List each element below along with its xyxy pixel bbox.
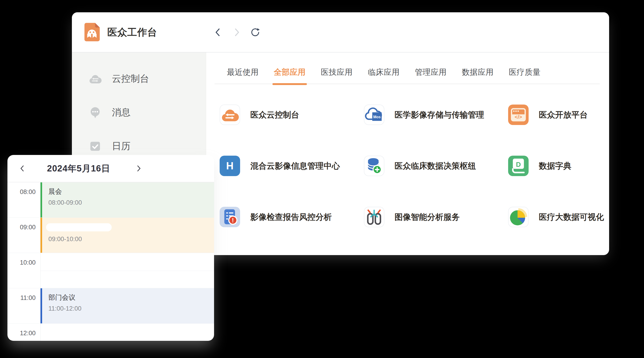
tab-admin-apps[interactable]: 管理应用: [415, 67, 446, 78]
event-color-bar: [40, 182, 42, 217]
event-time: 09:00-10:00: [48, 236, 214, 243]
calendar-grid: 08:00 晨会 08:00-09:00 09:00 09:00-10:00: [8, 182, 214, 341]
tab-bar: 最近使用 全部应用 医技应用 临床应用 管理应用 数据应用 医疗质量: [214, 67, 600, 84]
page-title: 医众工作台: [107, 26, 157, 39]
calendar-row-1200: 12:00: [8, 324, 214, 341]
back-icon[interactable]: [213, 27, 223, 38]
sidebar-item-cloud-console[interactable]: 云控制台: [72, 62, 206, 95]
refresh-icon[interactable]: [250, 27, 260, 38]
tab-medtech-apps[interactable]: 医技应用: [321, 67, 352, 78]
tab-clinical-apps[interactable]: 临床应用: [368, 67, 400, 78]
event-time: 08:00-09:00: [48, 199, 214, 206]
app-label: 影像检查报告风控分析: [250, 212, 332, 222]
app-data-dictionary[interactable]: D 数据字典: [508, 156, 609, 176]
calendar-event-morning-meeting[interactable]: 晨会 08:00-09:00: [40, 182, 214, 217]
cloud-console-icon: [88, 72, 102, 86]
calendar-row-1100: 11:00 部门会议 11:00-12:00: [8, 288, 214, 324]
calendar-row-0800: 08:00 晨会 08:00-09:00: [8, 182, 214, 218]
calendar-icon: [88, 139, 102, 153]
window-header: 医众工作台: [72, 12, 609, 52]
time-label: 08:00: [8, 182, 40, 217]
event-title: 晨会: [48, 187, 214, 196]
app-image-ai-analysis[interactable]: 图像智能分析服务: [364, 207, 508, 227]
event-color-bar: [40, 218, 42, 253]
calendar-header: 2024年5月16日: [8, 155, 214, 182]
stage: 医众工作台: [0, 0, 644, 358]
tab-all-apps[interactable]: 全部应用: [274, 67, 306, 78]
app-clinical-data-hub[interactable]: 医众临床数据决策枢纽: [364, 156, 508, 176]
app-imaging-storage[interactable]: Mos 医学影像存储与传输管理: [364, 105, 508, 125]
sidebar-item-label: 消息: [112, 106, 130, 119]
svg-text:D: D: [516, 161, 521, 168]
cloud-console-icon: [220, 105, 240, 125]
apps-content: 最近使用 全部应用 医技应用 临床应用 管理应用 数据应用 医疗质量: [206, 52, 609, 255]
time-label: 12:00: [8, 324, 40, 341]
time-label: 09:00: [8, 218, 40, 253]
calendar-popup: 2024年5月16日 08:00 晨会 08:00-09:00 09:00: [8, 155, 214, 341]
lungs-ai-icon: [364, 207, 384, 227]
svg-text:Mos: Mos: [374, 115, 381, 119]
calendar-next-icon[interactable]: [134, 164, 143, 173]
calendar-row-0900: 09:00 09:00-10:00: [8, 218, 214, 253]
app-label: 图像智能分析服务: [394, 212, 460, 222]
svg-text:</>: </>: [515, 114, 522, 120]
calendar-event-redacted[interactable]: 09:00-10:00: [40, 218, 214, 253]
messages-icon: [88, 105, 102, 119]
svg-text:!: !: [232, 217, 234, 223]
event-title: 部门会议: [48, 293, 214, 302]
hybrid-cloud-h-icon: H: [220, 156, 240, 176]
svg-text:H: H: [226, 160, 234, 172]
app-label: 医众临床数据决策枢纽: [394, 161, 476, 172]
pie-chart-icon: [508, 207, 528, 227]
calendar-date-label: 2024年5月16日: [47, 163, 110, 175]
app-big-data-visualization[interactable]: 医疗大数据可视化: [508, 207, 609, 227]
event-time: 11:00-12:00: [48, 305, 214, 312]
mascot-document-icon: [82, 22, 101, 42]
data-dictionary-book-icon: D: [508, 156, 528, 176]
calendar-row-1000: 10:00: [8, 253, 214, 288]
forward-icon[interactable]: [231, 27, 242, 38]
app-open-platform[interactable]: </> 医众开放平台: [508, 105, 609, 125]
nav-buttons: [213, 27, 260, 38]
sidebar-item-label: 日历: [112, 140, 130, 152]
half-hour-gridline: [40, 271, 214, 271]
app-label: 医众开放平台: [539, 109, 588, 120]
event-color-bar: [40, 288, 42, 323]
app-hybrid-cloud-center[interactable]: H 混合云影像信息管理中心: [220, 156, 364, 176]
calendar-prev-icon[interactable]: [18, 164, 26, 173]
sidebar-item-label: 云控制台: [112, 72, 149, 85]
app-label: 混合云影像信息管理中心: [250, 161, 340, 172]
clinical-database-icon: [364, 156, 384, 176]
time-label: 11:00: [8, 288, 40, 323]
app-label: 数据字典: [539, 161, 572, 172]
app-label: 医众云控制台: [250, 109, 299, 120]
app-report-risk-analysis[interactable]: ! 影像检查报告风控分析: [220, 207, 364, 227]
redacted-event-title: [46, 223, 112, 231]
report-risk-alert-icon: !: [220, 207, 240, 227]
time-label: 10:00: [8, 253, 40, 288]
sidebar-item-messages[interactable]: 消息: [72, 95, 206, 129]
tab-quality[interactable]: 医疗质量: [509, 67, 540, 78]
calendar-event-department-meeting[interactable]: 部门会议 11:00-12:00: [40, 288, 214, 323]
cloud-storage-mos-icon: Mos: [364, 105, 384, 125]
tab-data-apps[interactable]: 数据应用: [462, 67, 494, 78]
app-cloud-console[interactable]: 医众云控制台: [220, 105, 364, 125]
tab-recent[interactable]: 最近使用: [227, 67, 258, 78]
open-platform-code-icon: </>: [508, 105, 528, 125]
app-label: 医疗大数据可视化: [539, 212, 604, 222]
app-grid: 医众云控制台 Mos 医学影像存储与传输管理: [220, 105, 609, 227]
app-label: 医学影像存储与传输管理: [394, 109, 484, 120]
